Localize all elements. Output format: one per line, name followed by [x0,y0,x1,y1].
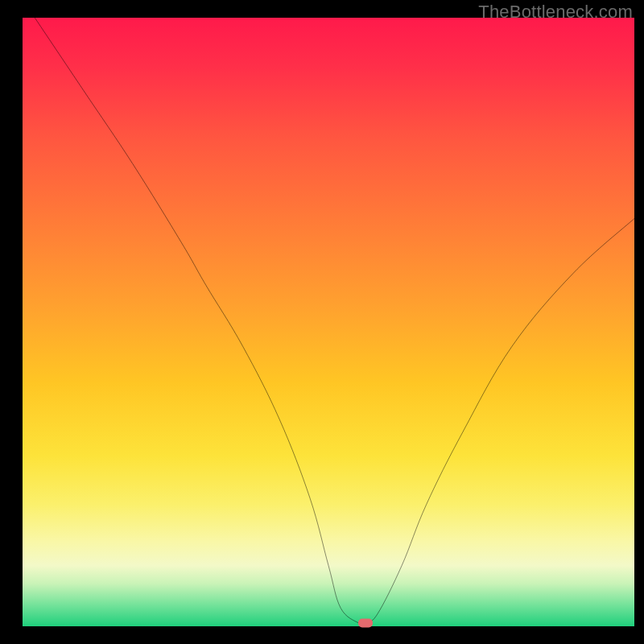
plot-area [23,18,634,626]
bottleneck-curve [23,18,634,626]
chart-frame: TheBottleneck.com [0,0,644,644]
watermark-text: TheBottleneck.com [478,2,633,23]
optimal-point-marker [358,619,373,628]
